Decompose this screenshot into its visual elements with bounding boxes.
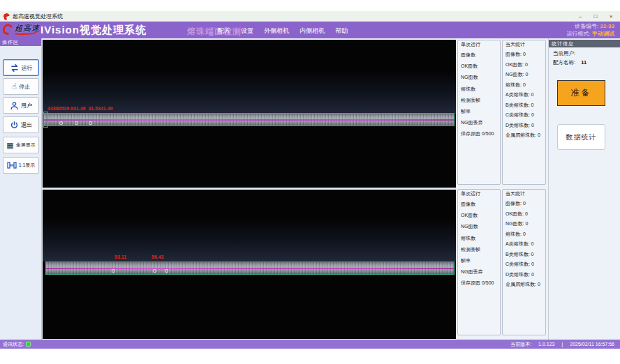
comm-status: 通讯状态: — [3, 341, 31, 348]
camera-view-outer: 44380539.931.49 31.5341.49 — [43, 40, 456, 188]
menu-item-outer-camera[interactable]: 外侧相机 — [264, 26, 289, 36]
stat-row: 熔珠数 — [461, 84, 499, 95]
menu-item-recipe[interactable]: 配方 — [218, 26, 230, 36]
single-run-groupbox-2: 单次运行 图像数 OK图数 NG图数 熔珠数 检测丢帧 帧率 NG图丢弃 保存原… — [457, 189, 501, 335]
camera-view-inner: 53.11 56.43 — [43, 190, 456, 339]
stat-row: NG图数 — [461, 221, 499, 232]
datetime-value: 2025/02/11 16:57:56 — [570, 342, 614, 347]
main-menu: 配方 设置 外侧相机 内侧相机 帮助 — [218, 22, 348, 38]
current-user-label: 当前用户: — [553, 50, 575, 57]
stat-row: D类熔珠数: 0 — [505, 121, 544, 131]
run-mode-value: 手动调试 — [592, 31, 614, 37]
camera2-weld-band — [45, 261, 455, 275]
stat-row: 帧率 — [461, 255, 499, 266]
recipe-name-value: 11 — [581, 59, 586, 66]
menu-item-settings[interactable]: 设置 — [241, 26, 253, 36]
window-controls: – □ × — [573, 11, 619, 22]
stat-row: 图像数 — [461, 199, 499, 210]
stat-row: 图像数 — [461, 50, 499, 61]
recipe-name-label: 配方名称: — [553, 59, 575, 66]
operation-sidebar: 操作区 运行 ☝ 停止 用户 退出 ▦ 全屏显示 — [0, 38, 42, 340]
single-run-groupbox-1: 单次运行 图像数 OK图数 NG图数 熔珠数 检测丢帧 帧率 NG图丢弃 保存原… — [457, 40, 501, 185]
stat-row: 保存原图 0/500 — [461, 128, 499, 139]
camera2-measurement-text: 53.11 — [115, 255, 126, 259]
menu-item-inner-camera[interactable]: 内侧相机 — [300, 26, 325, 36]
maximize-button[interactable]: □ — [588, 11, 603, 22]
camera2-marker-ring — [112, 269, 115, 273]
run-button[interactable]: 运行 — [3, 59, 39, 76]
device-number-label: 设备编号: — [575, 23, 598, 29]
camera1-measurement-text: 44380539.931.49 31.5341.49 — [47, 106, 112, 111]
brand-swoosh-icon — [3, 24, 13, 35]
stat-row: NG图数: 0 — [505, 70, 544, 80]
version-label: 当前版本: — [510, 341, 531, 348]
comm-status-indicator — [26, 342, 31, 347]
camera2-haze — [43, 218, 456, 261]
camera1-marker-ring — [89, 121, 92, 125]
camera2-measurement-text: 56.43 — [152, 255, 164, 259]
user-button[interactable]: 用户 — [3, 97, 39, 114]
camera2-marker-ring — [165, 269, 168, 273]
stat-row: 金属屑熔珠数: 0 — [505, 280, 544, 290]
brand-logo: 超高速 — [3, 23, 41, 35]
stat-row: NG图丢弃 — [461, 117, 499, 128]
camera1-marker-ring — [59, 121, 63, 125]
camera1-centerline — [44, 119, 454, 121]
run-icon — [10, 63, 20, 73]
recipe-name-line: 配方名称: 11 — [553, 59, 586, 66]
window-title: 超高速视觉处理系统 — [13, 13, 63, 20]
one-to-one-icon — [7, 161, 17, 169]
version-info: 当前版本: 1.0.123 | 2025/02/11 16:57:56 — [510, 341, 614, 348]
camera1-weld-band — [43, 113, 455, 126]
stat-row: 检测丢帧 — [461, 95, 499, 106]
sidebar-title: 操作区 — [0, 38, 41, 46]
stat-row: NG图数: 0 — [505, 219, 544, 229]
comm-status-label: 通讯状态: — [3, 341, 24, 348]
camera1-marker-ring — [75, 121, 78, 125]
data-statistics-button[interactable]: 数据统计 — [557, 124, 605, 150]
one-to-one-button[interactable]: 1:1显示 — [3, 157, 39, 174]
daily-stats-groupbox-1: 当天统计 图像数: 0 OK图数: 0 NG图数: 0 熔珠数: 0 A类熔珠数… — [502, 40, 546, 185]
stat-row: A类熔珠数: 0 — [505, 239, 544, 250]
stat-row: NG图数 — [461, 72, 499, 83]
stat-row: OK图数: 0 — [505, 60, 544, 70]
prepare-button[interactable]: 准备 — [557, 80, 605, 106]
exit-button[interactable]: 退出 — [3, 116, 39, 133]
stop-button[interactable]: ☝ 停止 — [3, 78, 39, 95]
stat-row: 图像数: 0 — [505, 50, 544, 60]
app-header: 超高速 IVision视觉处理系统 熔珠端面检测 配方 设置 外侧相机 内侧相机… — [0, 22, 620, 38]
os-titlebar: 超高速视觉处理系统 – □ × — [0, 11, 620, 22]
stat-row: C类熔珠数: 0 — [505, 110, 544, 121]
separator: | — [561, 342, 563, 347]
stat-row: OK图数 — [461, 61, 499, 72]
stat-row: A类熔珠数: 0 — [505, 90, 544, 100]
device-number-value: 22-33 — [600, 23, 614, 29]
statistics-info-panel: 统计信息 当前用户: 配方名称: 11 准备 数据统计 — [548, 38, 620, 340]
power-icon — [10, 121, 19, 130]
user-icon — [10, 101, 19, 110]
stat-row: D类熔珠数: 0 — [505, 270, 544, 280]
stat-row: 熔珠数 — [461, 233, 499, 244]
status-bar: 通讯状态: 当前版本: 1.0.123 | 2025/02/11 16:57:5… — [0, 340, 620, 349]
info-panel-title: 统计信息 — [549, 40, 620, 47]
stat-row: 熔珠数: 0 — [505, 229, 544, 240]
menu-item-help[interactable]: 帮助 — [335, 26, 348, 36]
stat-row: B类熔珠数: 0 — [505, 250, 544, 260]
version-value: 1.0.123 — [538, 342, 554, 347]
hand-stop-icon: ☝ — [12, 82, 17, 91]
device-info: 设备编号: 22-33 运行模式: 手动调试 — [567, 22, 614, 38]
app-title: IVision视觉处理系统 — [40, 24, 147, 37]
fullscreen-grid-icon: ▦ — [6, 141, 13, 149]
daily-stats-groupbox-2: 当天统计 图像数: 0 OK图数: 0 NG图数: 0 熔珠数: 0 A类熔珠数… — [502, 189, 546, 335]
stat-row: 检测丢帧 — [461, 244, 499, 255]
app-logo-icon — [3, 12, 11, 20]
stat-row: 熔珠数: 0 — [505, 80, 544, 91]
fullscreen-button[interactable]: ▦ 全屏显示 — [3, 137, 39, 153]
brand-name: 超高速 — [14, 23, 41, 35]
stat-row: 保存原图 0/500 — [461, 278, 499, 289]
camera2-marker-ring — [153, 269, 156, 273]
stat-row: 金属屑熔珠数: 0 — [505, 130, 544, 141]
close-button[interactable]: × — [603, 11, 619, 22]
minimize-button[interactable]: – — [573, 11, 588, 22]
app-window: 超高速视觉处理系统 – □ × 超高速 IVision视觉处理系统 熔珠端面检测… — [0, 0, 620, 364]
